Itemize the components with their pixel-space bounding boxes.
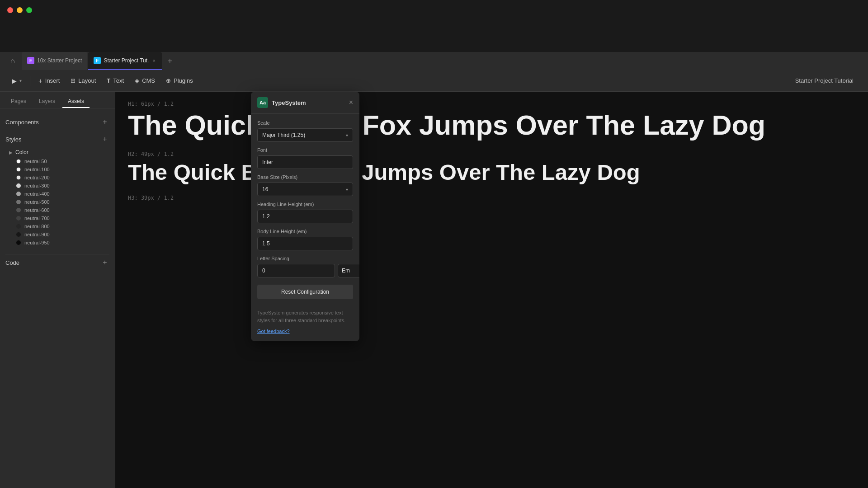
dialog-header: Aa TypeSystem × <box>251 92 359 114</box>
home-tab[interactable]: ⌂ <box>4 52 22 70</box>
tab-assets[interactable]: Assets <box>62 95 90 108</box>
color-item-neutral-100: neutral-100 <box>16 165 109 174</box>
body-line-height-group: Body Line Height (em) <box>257 229 353 250</box>
base-size-group: Base Size (Pixels) 16 ▾ <box>257 174 353 196</box>
plugins-button[interactable]: ⊕ Plugins <box>161 75 198 87</box>
color-dot-neutral-600 <box>16 208 21 212</box>
body-line-height-input[interactable] <box>257 237 353 250</box>
color-item-neutral-900: neutral-900 <box>16 230 109 239</box>
color-dot-neutral-950 <box>16 240 21 245</box>
tab-starter-label: Starter Project Tut. <box>104 57 149 64</box>
color-dot-neutral-900 <box>16 232 21 237</box>
color-group: ▶ Color neutral-50neutral-100neutral-200… <box>9 147 109 247</box>
tab-layers[interactable]: Layers <box>33 95 61 108</box>
color-name-neutral-950: neutral-950 <box>24 240 50 245</box>
font-group: Font <box>257 147 353 169</box>
components-section-header: Components + <box>5 117 109 127</box>
text-button[interactable]: T Text <box>102 75 128 87</box>
color-item-neutral-600: neutral-600 <box>16 206 109 214</box>
color-name-neutral-300: neutral-300 <box>24 183 50 188</box>
plugins-label: Plugins <box>174 77 193 84</box>
tab-close-icon[interactable]: × <box>151 57 156 64</box>
color-dot-neutral-800 <box>16 224 21 229</box>
code-section: Code + <box>5 254 109 271</box>
plugins-icon: ⊕ <box>166 77 171 84</box>
color-dot-neutral-400 <box>16 192 21 196</box>
heading-line-height-input[interactable] <box>257 210 353 223</box>
letter-spacing-group: Letter Spacing Em ▾ <box>257 256 353 277</box>
cms-icon: ◈ <box>135 77 139 84</box>
top-bar: ⌂ F 10x Starter Project F Starter Projec… <box>0 0 868 70</box>
color-item-neutral-950: neutral-950 <box>16 239 109 247</box>
tab-10x-label: 10x Starter Project <box>37 57 82 64</box>
heading-line-height-label: Heading Line Height (em) <box>257 202 353 207</box>
dialog-title: TypeSystem <box>272 99 306 106</box>
styles-section-header: Styles + <box>5 131 109 147</box>
close-button[interactable] <box>7 7 13 13</box>
color-dot-neutral-100 <box>16 167 21 172</box>
styles-add-button[interactable]: + <box>100 135 109 144</box>
color-item-neutral-200: neutral-200 <box>16 174 109 182</box>
content-area: Aa TypeSystem × Scale Major Third (1.25)… <box>115 92 868 488</box>
main-layout: Pages Layers Assets Components + Styles … <box>0 92 868 488</box>
color-item-neutral-50: neutral-50 <box>16 157 109 165</box>
panel-content: Components + Styles + ▶ Color neutral-50… <box>0 108 115 488</box>
base-size-select[interactable]: 16 ▾ <box>257 183 353 196</box>
base-size-arrow-icon: ▾ <box>346 187 348 192</box>
styles-title: Styles <box>5 136 21 143</box>
color-name-neutral-50: neutral-50 <box>24 159 47 164</box>
letter-spacing-unit-value: Em <box>342 267 350 274</box>
window-controls <box>7 7 32 13</box>
tab-starter-icon: F <box>94 57 101 64</box>
dialog-logo: Aa <box>257 97 268 108</box>
text-icon: T <box>107 77 110 84</box>
code-add-button[interactable]: + <box>100 258 109 267</box>
base-size-label: Base Size (Pixels) <box>257 174 353 180</box>
base-size-value: 16 <box>262 186 268 192</box>
components-add-button[interactable]: + <box>100 117 109 127</box>
code-section-header: Code + <box>5 258 109 267</box>
cms-button[interactable]: ◈ CMS <box>130 75 160 87</box>
color-dot-neutral-500 <box>16 200 21 204</box>
color-item-neutral-400: neutral-400 <box>16 190 109 198</box>
body-line-height-label: Body Line Height (em) <box>257 229 353 234</box>
dialog-body: Scale Major Third (1.25) ▾ Font Base Siz… <box>251 114 359 309</box>
layout-button[interactable]: ⊞ Layout <box>66 75 100 87</box>
toolbar-left: ▶ ▾ + Insert ⊞ Layout T Text ◈ CMS ⊕ Plu… <box>7 74 793 87</box>
letter-spacing-unit-select[interactable]: Em ▾ <box>338 264 359 277</box>
tab-add-button[interactable]: + <box>163 52 177 70</box>
tab-10x-starter[interactable]: F 10x Starter Project <box>22 52 87 70</box>
font-label: Font <box>257 147 353 153</box>
toolbar-separator-1 <box>30 75 30 86</box>
tab-starter-project[interactable]: F Starter Project Tut. × <box>88 52 161 70</box>
components-title: Components <box>5 119 39 126</box>
minimize-button[interactable] <box>17 7 23 13</box>
cms-label: CMS <box>142 77 155 84</box>
color-dot-neutral-200 <box>16 175 21 180</box>
font-input[interactable] <box>257 155 353 169</box>
insert-button[interactable]: + Insert <box>34 74 64 87</box>
left-panel: Pages Layers Assets Components + Styles … <box>0 92 115 488</box>
plugin-dialog: Aa TypeSystem × Scale Major Third (1.25)… <box>251 92 359 341</box>
heading-line-height-group: Heading Line Height (em) <box>257 202 353 223</box>
dialog-close-button[interactable]: × <box>349 99 353 106</box>
tab-10x-icon: F <box>27 57 34 64</box>
color-item-neutral-500: neutral-500 <box>16 198 109 206</box>
feedback-link[interactable]: Got feedback? <box>257 328 290 334</box>
panel-tabs: Pages Layers Assets <box>0 92 115 108</box>
preview-area: H1: 61px / 1.2 The Quick Brown Fox Jumps… <box>115 92 868 488</box>
scale-select[interactable]: Major Third (1.25) ▾ <box>257 128 353 142</box>
color-name-neutral-800: neutral-800 <box>24 224 50 229</box>
letter-spacing-input[interactable] <box>257 264 335 277</box>
maximize-button[interactable] <box>26 7 32 13</box>
letter-spacing-row: Em ▾ <box>257 264 353 277</box>
color-dot-neutral-50 <box>16 159 21 164</box>
project-title: Starter Project Tutorial <box>795 77 854 84</box>
code-title: Code <box>5 259 19 266</box>
reset-configuration-button[interactable]: Reset Configuration <box>257 285 353 299</box>
color-group-header[interactable]: ▶ Color <box>9 147 109 157</box>
selector-tool-button[interactable]: ▶ ▾ <box>7 75 26 87</box>
h2-label: H2: 49px / 1.2 <box>128 151 855 157</box>
footer-description: TypeSystem generates responsive text sty… <box>257 309 353 324</box>
tab-pages[interactable]: Pages <box>5 95 32 108</box>
